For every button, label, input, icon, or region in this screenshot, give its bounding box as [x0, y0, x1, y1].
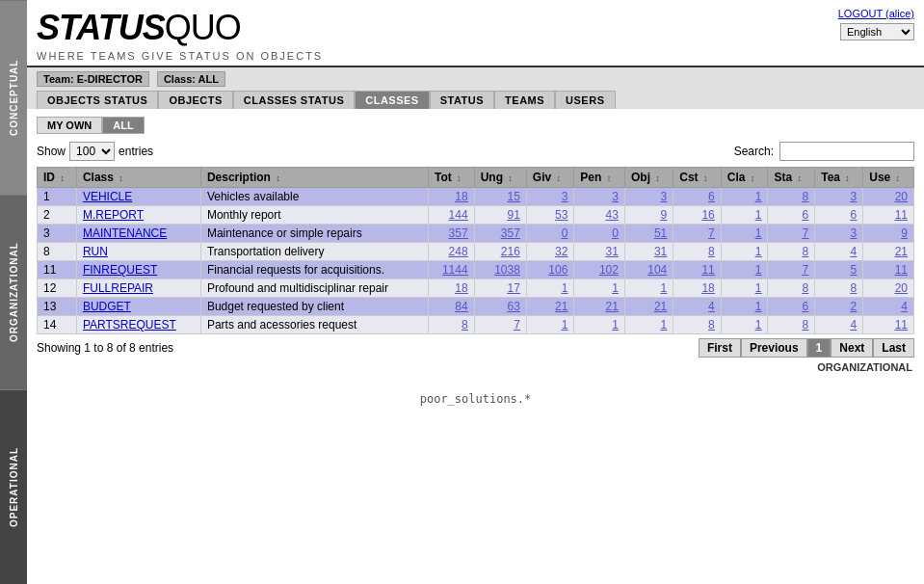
cell-tea[interactable]: 3 [815, 188, 863, 206]
cell-giv[interactable]: 53 [526, 206, 574, 225]
cell-sta[interactable]: 7 [768, 261, 815, 279]
class-link[interactable]: BUDGET [83, 300, 131, 313]
cell-tot[interactable]: 1144 [428, 261, 474, 279]
cell-obj[interactable]: 1 [624, 279, 673, 298]
class-link[interactable]: MAINTENANCE [83, 226, 167, 240]
cell-use[interactable]: 20 [863, 188, 914, 206]
cell-cla[interactable]: 1 [721, 225, 768, 243]
tab-users[interactable]: USERS [555, 91, 615, 109]
col-id[interactable]: ID ↕ [38, 168, 77, 188]
cell-tot[interactable]: 84 [428, 298, 474, 316]
cell-pen[interactable]: 1 [574, 279, 625, 298]
tab-objects-status[interactable]: OBJECTS STATUS [37, 91, 158, 109]
cell-cst[interactable]: 7 [673, 225, 722, 243]
cell-ung[interactable]: 216 [474, 243, 526, 261]
tab-status[interactable]: STATUS [430, 91, 494, 109]
cell-giv[interactable]: 106 [526, 261, 574, 279]
cell-cst[interactable]: 4 [673, 298, 722, 316]
language-select[interactable]: English Português Español [840, 23, 914, 40]
cell-giv[interactable]: 3 [526, 188, 574, 206]
class-link[interactable]: VEHICLE [83, 190, 132, 203]
cell-sta[interactable]: 6 [768, 206, 815, 225]
cell-tot[interactable]: 18 [428, 279, 474, 298]
tab-classes[interactable]: CLASSES [355, 91, 429, 109]
cell-giv[interactable]: 0 [526, 225, 574, 243]
cell-cla[interactable]: 1 [721, 243, 768, 261]
cell-ung[interactable]: 7 [474, 316, 526, 334]
cell-cla[interactable]: 1 [721, 279, 768, 298]
cell-obj[interactable]: 21 [624, 298, 673, 316]
cell-tea[interactable]: 2 [815, 298, 863, 316]
cell-obj[interactable]: 1 [624, 316, 673, 334]
col-description[interactable]: Description ↕ [200, 168, 428, 188]
cell-use[interactable]: 4 [863, 298, 914, 316]
cell-ung[interactable]: 91 [474, 206, 526, 225]
cell-tot[interactable]: 357 [428, 225, 474, 243]
cell-tea[interactable]: 6 [815, 206, 863, 225]
cell-pen[interactable]: 43 [574, 206, 625, 225]
cell-tea[interactable]: 8 [815, 279, 863, 298]
cell-sta[interactable]: 6 [768, 298, 815, 316]
cell-obj[interactable]: 3 [624, 188, 673, 206]
tab-classes-status[interactable]: CLASSES STATUS [233, 91, 355, 109]
page-1[interactable]: 1 [807, 338, 832, 358]
class-link[interactable]: RUN [83, 245, 108, 258]
class-link[interactable]: FULLREPAIR [83, 281, 153, 295]
cell-tot[interactable]: 8 [428, 316, 474, 334]
cell-pen[interactable]: 31 [574, 243, 625, 261]
filter-all[interactable]: ALL [102, 117, 144, 134]
page-previous[interactable]: Previous [741, 338, 807, 358]
cell-cst[interactable]: 8 [673, 316, 722, 334]
cell-ung[interactable]: 1038 [474, 261, 526, 279]
filter-my-own[interactable]: MY OWN [37, 117, 102, 134]
class-link[interactable]: M.REPORT [83, 208, 144, 222]
col-pen[interactable]: Pen ↕ [574, 168, 625, 188]
cell-pen[interactable]: 102 [574, 261, 625, 279]
cell-cla[interactable]: 1 [721, 316, 768, 334]
cell-giv[interactable]: 32 [526, 243, 574, 261]
cell-use[interactable]: 21 [863, 243, 914, 261]
cell-cla[interactable]: 1 [721, 261, 768, 279]
cell-giv[interactable]: 1 [526, 316, 574, 334]
cell-tea[interactable]: 4 [815, 316, 863, 334]
class-link[interactable]: PARTSREQUEST [83, 318, 176, 332]
cell-sta[interactable]: 8 [768, 243, 815, 261]
cell-tea[interactable]: 5 [815, 261, 863, 279]
cell-ung[interactable]: 15 [474, 188, 526, 206]
cell-cla[interactable]: 1 [721, 188, 768, 206]
cell-sta[interactable]: 8 [768, 188, 815, 206]
col-tea[interactable]: Tea ↕ [815, 168, 863, 188]
cell-cst[interactable]: 6 [673, 188, 722, 206]
cell-sta[interactable]: 7 [768, 225, 815, 243]
cell-use[interactable]: 20 [863, 279, 914, 298]
cell-use[interactable]: 11 [863, 316, 914, 334]
cell-tea[interactable]: 3 [815, 225, 863, 243]
cell-ung[interactable]: 17 [474, 279, 526, 298]
cell-cst[interactable]: 16 [673, 206, 722, 225]
col-ung[interactable]: Ung ↕ [474, 168, 526, 188]
cell-tot[interactable]: 18 [428, 188, 474, 206]
search-input[interactable] [779, 142, 914, 161]
col-giv[interactable]: Giv ↕ [526, 168, 574, 188]
cell-cla[interactable]: 1 [721, 298, 768, 316]
cell-sta[interactable]: 8 [768, 279, 815, 298]
cell-pen[interactable]: 3 [574, 188, 625, 206]
col-cst[interactable]: Cst ↕ [673, 168, 722, 188]
cell-sta[interactable]: 8 [768, 316, 815, 334]
col-class[interactable]: Class ↕ [76, 168, 200, 188]
cell-pen[interactable]: 0 [574, 225, 625, 243]
cell-ung[interactable]: 63 [474, 298, 526, 316]
col-tot[interactable]: Tot ↕ [428, 168, 474, 188]
tab-objects[interactable]: OBJECTS [158, 91, 232, 109]
page-first[interactable]: First [699, 338, 741, 358]
logout-link[interactable]: LOGOUT (alice) [838, 8, 914, 19]
page-last[interactable]: Last [873, 338, 914, 358]
cell-tot[interactable]: 248 [428, 243, 474, 261]
cell-cst[interactable]: 11 [673, 261, 722, 279]
tab-teams[interactable]: TEAMS [494, 91, 555, 109]
cell-pen[interactable]: 1 [574, 316, 625, 334]
cell-pen[interactable]: 21 [574, 298, 625, 316]
entries-select[interactable]: 100 10 25 50 [69, 142, 115, 161]
page-next[interactable]: Next [831, 338, 873, 358]
cell-use[interactable]: 9 [863, 225, 914, 243]
